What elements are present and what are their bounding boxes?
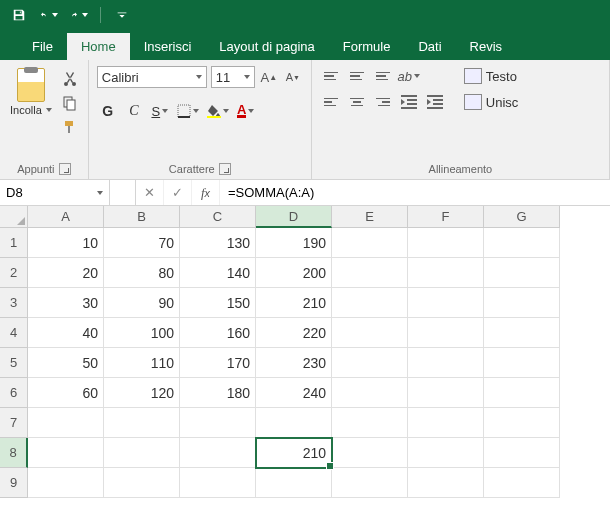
align-center-button[interactable] bbox=[346, 92, 368, 112]
orientation-button[interactable]: ab bbox=[398, 66, 420, 86]
cell-G1[interactable] bbox=[484, 228, 560, 258]
cell-B8[interactable] bbox=[104, 438, 180, 468]
select-all-button[interactable] bbox=[0, 206, 28, 228]
cell-D2[interactable]: 200 bbox=[256, 258, 332, 288]
cell-G9[interactable] bbox=[484, 468, 560, 498]
font-launcher[interactable] bbox=[219, 163, 231, 175]
cell-G6[interactable] bbox=[484, 378, 560, 408]
cell-E3[interactable] bbox=[332, 288, 408, 318]
cell-G2[interactable] bbox=[484, 258, 560, 288]
column-header-G[interactable]: G bbox=[484, 206, 560, 228]
align-left-button[interactable] bbox=[320, 92, 342, 112]
bold-button[interactable]: G bbox=[97, 100, 119, 122]
align-middle-button[interactable] bbox=[346, 66, 368, 86]
cell-C4[interactable]: 160 bbox=[180, 318, 256, 348]
column-header-E[interactable]: E bbox=[332, 206, 408, 228]
cell-B1[interactable]: 70 bbox=[104, 228, 180, 258]
cell-F2[interactable] bbox=[408, 258, 484, 288]
tab-review[interactable]: Revis bbox=[456, 33, 517, 60]
cell-A8[interactable] bbox=[28, 438, 104, 468]
cell-F9[interactable] bbox=[408, 468, 484, 498]
cell-A5[interactable]: 50 bbox=[28, 348, 104, 378]
cell-B4[interactable]: 100 bbox=[104, 318, 180, 348]
cell-C2[interactable]: 140 bbox=[180, 258, 256, 288]
cell-B9[interactable] bbox=[104, 468, 180, 498]
cell-G7[interactable] bbox=[484, 408, 560, 438]
fill-color-button[interactable] bbox=[205, 100, 231, 122]
row-header-8[interactable]: 8 bbox=[0, 438, 28, 468]
cell-D8[interactable]: 210 bbox=[256, 438, 332, 468]
name-box-input[interactable] bbox=[6, 185, 76, 200]
row-header-3[interactable]: 3 bbox=[0, 288, 28, 318]
wrap-text-button[interactable]: Testo bbox=[460, 66, 523, 86]
cell-E6[interactable] bbox=[332, 378, 408, 408]
cell-C9[interactable] bbox=[180, 468, 256, 498]
cell-B5[interactable]: 110 bbox=[104, 348, 180, 378]
cell-E8[interactable] bbox=[332, 438, 408, 468]
cell-C6[interactable]: 180 bbox=[180, 378, 256, 408]
cell-D7[interactable] bbox=[256, 408, 332, 438]
cell-B7[interactable] bbox=[104, 408, 180, 438]
insert-function-button[interactable]: fx bbox=[192, 180, 220, 205]
undo-button[interactable] bbox=[40, 6, 58, 24]
format-painter-button[interactable] bbox=[60, 118, 80, 136]
cell-F1[interactable] bbox=[408, 228, 484, 258]
tab-formulas[interactable]: Formule bbox=[329, 33, 405, 60]
column-header-B[interactable]: B bbox=[104, 206, 180, 228]
cell-F6[interactable] bbox=[408, 378, 484, 408]
undo-dropdown-icon[interactable] bbox=[52, 13, 58, 17]
cell-D9[interactable] bbox=[256, 468, 332, 498]
cell-F7[interactable] bbox=[408, 408, 484, 438]
cell-A2[interactable]: 20 bbox=[28, 258, 104, 288]
align-top-button[interactable] bbox=[320, 66, 342, 86]
decrease-font-button[interactable]: A▼ bbox=[283, 67, 303, 87]
font-size-select[interactable]: 11 bbox=[211, 66, 255, 88]
cell-F4[interactable] bbox=[408, 318, 484, 348]
align-right-button[interactable] bbox=[372, 92, 394, 112]
column-header-C[interactable]: C bbox=[180, 206, 256, 228]
row-header-4[interactable]: 4 bbox=[0, 318, 28, 348]
cell-G3[interactable] bbox=[484, 288, 560, 318]
cell-C1[interactable]: 130 bbox=[180, 228, 256, 258]
cut-button[interactable] bbox=[60, 70, 80, 88]
chevron-down-icon[interactable] bbox=[97, 191, 103, 195]
cell-B6[interactable]: 120 bbox=[104, 378, 180, 408]
cancel-formula-button[interactable]: ✕ bbox=[136, 180, 164, 205]
font-color-button[interactable]: A bbox=[235, 100, 257, 122]
cell-E7[interactable] bbox=[332, 408, 408, 438]
cell-E2[interactable] bbox=[332, 258, 408, 288]
cell-D1[interactable]: 190 bbox=[256, 228, 332, 258]
cell-C5[interactable]: 170 bbox=[180, 348, 256, 378]
paste-dropdown-icon[interactable] bbox=[46, 108, 52, 112]
cell-D5[interactable]: 230 bbox=[256, 348, 332, 378]
clipboard-launcher[interactable] bbox=[59, 163, 71, 175]
font-name-select[interactable]: Calibri bbox=[97, 66, 207, 88]
cell-G8[interactable] bbox=[484, 438, 560, 468]
cell-A3[interactable]: 30 bbox=[28, 288, 104, 318]
cell-E5[interactable] bbox=[332, 348, 408, 378]
tab-layout[interactable]: Layout di pagina bbox=[205, 33, 328, 60]
cell-F5[interactable] bbox=[408, 348, 484, 378]
save-icon[interactable] bbox=[10, 6, 28, 24]
cell-E1[interactable] bbox=[332, 228, 408, 258]
qat-customize-icon[interactable] bbox=[113, 6, 131, 24]
row-header-9[interactable]: 9 bbox=[0, 468, 28, 498]
row-header-1[interactable]: 1 bbox=[0, 228, 28, 258]
cell-A7[interactable] bbox=[28, 408, 104, 438]
paste-button[interactable]: Incolla bbox=[8, 66, 54, 118]
tab-data[interactable]: Dati bbox=[404, 33, 455, 60]
cell-G4[interactable] bbox=[484, 318, 560, 348]
column-header-F[interactable]: F bbox=[408, 206, 484, 228]
enter-formula-button[interactable]: ✓ bbox=[164, 180, 192, 205]
formula-input[interactable] bbox=[228, 185, 602, 200]
copy-button[interactable] bbox=[60, 94, 80, 112]
merge-button[interactable]: Unisc bbox=[460, 92, 523, 112]
cell-B3[interactable]: 90 bbox=[104, 288, 180, 318]
italic-button[interactable]: C bbox=[123, 100, 145, 122]
formula-input-container[interactable] bbox=[220, 180, 610, 205]
underline-button[interactable]: S bbox=[149, 100, 171, 122]
row-header-7[interactable]: 7 bbox=[0, 408, 28, 438]
tab-home[interactable]: Home bbox=[67, 33, 130, 60]
cell-E9[interactable] bbox=[332, 468, 408, 498]
redo-button[interactable] bbox=[70, 6, 88, 24]
